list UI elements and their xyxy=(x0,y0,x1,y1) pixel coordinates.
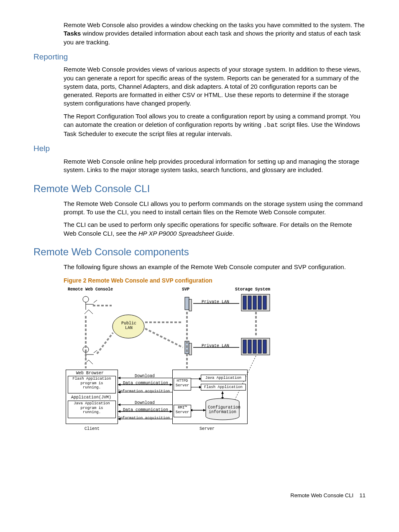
web-browser-label: Web Browser xyxy=(76,370,104,376)
svg-rect-15 xyxy=(248,340,251,353)
infoacq-1: Information acquisition xyxy=(118,389,170,394)
intro-text-a: Remote Web Console also provides a windo… xyxy=(64,21,365,28)
flash-app-server-box: Flash Application xyxy=(201,384,246,391)
httpd-box: HTTPDServer xyxy=(174,378,191,391)
cli-heading: Remote Web Console CLI xyxy=(33,182,366,195)
svg-rect-16 xyxy=(253,340,256,353)
cli-p2c: . xyxy=(233,230,234,237)
download-2: Download xyxy=(135,400,155,406)
infoacq-2: Information acquisition xyxy=(118,416,170,421)
footer-page: 11 xyxy=(360,492,366,499)
svp-label: SVP xyxy=(182,287,189,293)
page-footer: Remote Web Console CLI 11 xyxy=(33,492,366,499)
private-lan-1: Private LAN xyxy=(202,299,229,305)
client-label: Client xyxy=(84,426,100,432)
datacomm-2: Data communication xyxy=(123,407,168,413)
datacomm-1: Data communication xyxy=(123,380,168,386)
svg-rect-11 xyxy=(258,296,261,309)
help-heading: Help xyxy=(33,143,366,154)
public-lan-label: PublicLAN xyxy=(120,321,137,330)
svg-point-1 xyxy=(83,296,89,302)
reporting-p1: Remote Web Console provides views of var… xyxy=(64,65,366,108)
svg-rect-3 xyxy=(185,297,189,310)
svg-rect-12 xyxy=(263,296,266,309)
figure-caption: Figure 2 Remote Web Console and SVP conf… xyxy=(64,277,366,285)
svg-rect-18 xyxy=(263,340,266,353)
java-app-server-box: Java Application xyxy=(201,375,246,381)
components-p1: The following figure shows an example of… xyxy=(64,263,366,271)
private-lan-2: Private LAN xyxy=(202,343,229,349)
svg-rect-10 xyxy=(253,296,256,309)
footer-text: Remote Web Console CLI xyxy=(290,492,353,499)
reporting-p2: The Report Configuration Tool allows you… xyxy=(64,112,366,139)
intro-paragraph: Remote Web Console also provides a windo… xyxy=(64,21,366,46)
bat-code: .bat xyxy=(263,122,278,129)
rwc-label: Remote Web Console xyxy=(68,287,113,293)
app-jvm-label: Application(JVM) xyxy=(71,395,111,401)
svg-rect-9 xyxy=(248,296,251,309)
java-app-box: Java Applicationprogram isrunning. xyxy=(68,401,116,418)
svg-rect-8 xyxy=(243,296,246,309)
intro-text-c: window provides detailed information abo… xyxy=(64,30,361,45)
svg-rect-17 xyxy=(258,340,261,353)
svg-rect-4 xyxy=(189,299,192,311)
svg-rect-14 xyxy=(243,340,246,353)
rmi-box: RMI™Server xyxy=(174,405,191,417)
diagram: Remote Web Console SVP Storage System Pu… xyxy=(64,287,285,442)
svg-rect-6 xyxy=(189,343,192,355)
download-1: Download xyxy=(135,373,155,379)
reporting-heading: Reporting xyxy=(33,51,366,62)
flash-app-box: Flash Applicationprogram isrunning. xyxy=(68,376,116,393)
server-label: Server xyxy=(200,426,215,432)
spreadsheet-guide: HP XP P9000 Spreadsheet Guide xyxy=(138,230,233,237)
cli-p2: The CLI can be used to perform only spec… xyxy=(64,221,366,238)
components-heading: Remote Web Console components xyxy=(33,245,366,259)
config-info-label: Configurationinformation xyxy=(208,405,237,414)
cli-p1: The Remote Web Console CLI allows you to… xyxy=(64,200,366,217)
help-p1: Remote Web Console online help provides … xyxy=(64,157,366,175)
storage-label: Storage System xyxy=(235,287,270,293)
tasks-bold: Tasks xyxy=(64,30,81,37)
